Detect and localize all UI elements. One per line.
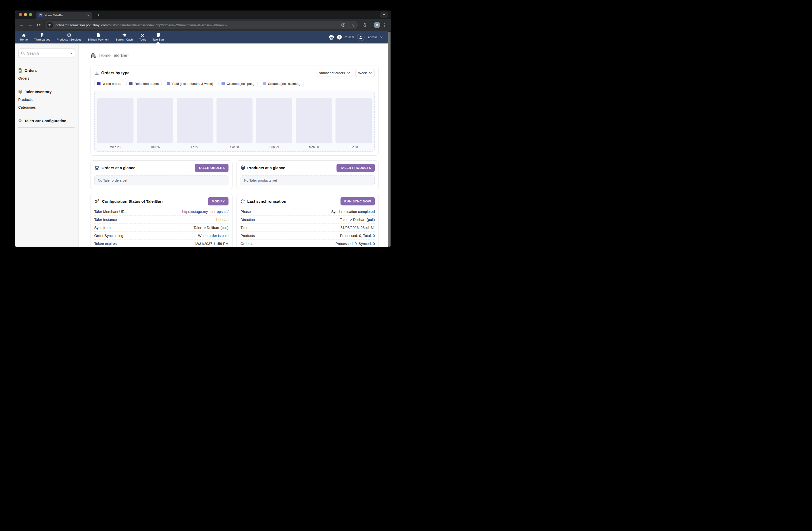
placeholder-bar [256,98,292,143]
legend-item-refunded[interactable]: Refunded orders [126,80,162,87]
legend-swatch [221,82,225,85]
sidebar-section-taler-inventory[interactable]: Taler Inventory [18,89,75,94]
period-select[interactable]: Week [355,69,375,77]
zoom-window-button[interactable] [29,13,32,16]
new-tab-button[interactable]: + [95,12,102,18]
sidebar-divider [18,85,75,85]
legend-swatch [129,82,132,85]
extensions-puzzle-icon[interactable] [361,21,368,29]
search-dropdown-caret-icon[interactable]: ▾ [71,52,72,55]
nav-item-billing-payment[interactable]: Billing | Payment [85,31,112,43]
print-icon[interactable] [329,35,334,40]
placeholder-bar [217,98,253,143]
legend-item-paid[interactable]: Paid (incl. refunded & wired) [164,80,216,87]
nav-item-tools[interactable]: Tools [136,31,149,43]
browser-menu-kebab-icon[interactable]: ⋮ [381,23,388,28]
legend-swatch [167,82,170,85]
table-row: Time 31/03/2026, 23:41:31 [241,223,375,232]
nav-item-products-services[interactable]: Products | Services [54,31,85,43]
table-row: Taler Instance bohdan [94,215,229,223]
url-text[interactable]: dolibarr.tutorial.taler.potuzhnyi.com/cu… [56,23,337,27]
nav-item-home[interactable]: Home [17,31,31,43]
building-icon [41,33,44,37]
package-icon [67,33,71,37]
puzzle-icon [362,23,367,28]
cash-register-icon [90,53,96,58]
site-settings-icon[interactable] [47,22,53,28]
tab-search-chevron-button[interactable] [380,12,388,18]
user-menu-chevron-icon[interactable] [380,36,383,38]
url-host: dolibarr.tutorial.taler.potuzhnyi.com [56,23,108,27]
close-window-button[interactable] [19,13,22,16]
mac-window-controls[interactable] [19,13,32,16]
url-path: /custom/talerbarr/talerbarrindex.php?idm… [108,23,228,27]
username-label[interactable]: admin [368,35,377,39]
taler-products-button[interactable]: TALER PRODUCTS [336,164,375,172]
orders-glance-card: Orders at a glance TALER ORDERS No Taler… [90,160,232,189]
close-tab-icon[interactable]: ✕ [87,14,89,17]
scrollbar-thumb[interactable] [388,32,391,247]
bookmark-star-icon[interactable]: ☆ [349,22,356,29]
page-scrollbar[interactable] [388,31,391,247]
address-bar[interactable]: dolibarr.tutorial.taler.potuzhnyi.com/cu… [45,21,358,29]
chart-legend: Wired orders Refunded orders Paid (incl.… [94,80,375,87]
run-sync-now-button[interactable]: RUN SYNC NOW [340,197,375,206]
table-row: Taler Merchant URL https://stage.my.tale… [94,208,229,215]
tools-icon [141,33,145,37]
chart-day-column: Mon 30 [296,98,332,151]
nav-item-third-parties[interactable]: Third parties [31,31,54,43]
sidebar-item-categories[interactable]: Categories [18,106,75,109]
metric-select[interactable]: Number of orders [316,69,353,77]
table-row: Order Sync timing When order is paid [94,232,229,239]
sidebar: ▾ Orders Orders Taler Inventory [15,44,79,247]
back-button[interactable]: ← [18,21,26,29]
taler-orders-button[interactable]: TALER ORDERS [195,164,229,172]
main-content: Home TalerBarr Orders by type Number of … [79,44,388,247]
version-label: 23.0.0 [345,36,354,39]
toolbar-separator [371,22,371,28]
bar-chart-icon [94,71,99,75]
sync-icon [241,199,245,204]
page-title: Home TalerBarr [90,53,379,58]
merchant-url-link[interactable]: https://stage.my.taler-ops.ch/ [182,210,229,214]
nav-item-talerbarr[interactable]: TalerBarr [149,31,168,43]
chart-day-column: Fri 27 [177,98,213,151]
products-empty-state: No Taler products yet [241,176,375,185]
legend-swatch [263,82,266,85]
table-row: Orders Processed: 0, Synced: 0 [241,239,375,247]
legend-item-wired[interactable]: Wired orders [94,80,124,87]
browser-tab[interactable]: D Home TalerBarr ✕ [36,12,92,19]
help-icon[interactable]: ? [337,35,342,40]
sidebar-item-products[interactable]: Products [18,98,75,102]
user-avatar[interactable] [357,33,364,41]
search-input[interactable] [27,51,69,55]
home-icon [22,33,26,37]
minimize-window-button[interactable] [24,13,27,16]
browser-profile-avatar[interactable]: B [374,22,380,28]
legend-item-claimed[interactable]: Claimed (incl. paid) [218,80,258,87]
tab-title: Home TalerBarr [44,14,85,17]
bill-icon [97,33,100,37]
install-app-icon[interactable] [340,22,347,29]
box-olive-icon [18,89,23,94]
orders-by-type-card: Orders by type Number of orders Week [90,66,379,156]
sidebar-section-talerbarr-configuration[interactable]: ⚙ TalerBarr Configuration [18,118,75,123]
orders-empty-state: No Taler orders yet [94,176,229,185]
modify-button[interactable]: MODIFY [208,197,229,206]
chart-day-column: Sun 29 [256,98,292,151]
gears-icon: ⚙⚙ [94,199,100,204]
nav-item-banks-cash[interactable]: Banks | Cash [113,31,136,43]
sidebar-search[interactable]: ▾ [18,48,75,58]
chevron-down-icon [382,14,386,16]
tune-icon [48,24,52,27]
main-navbar: Home Third parties Products | Services B… [15,31,388,44]
table-row: Products Processed: 0, Total: 0 [241,232,375,239]
reload-button[interactable]: ⟳ [35,21,43,29]
sidebar-divider [18,127,75,128]
chart-plot-area: Wed 25 Thu 26 Fri 27 Sat 28 Sun 29 Mon 3… [94,90,375,152]
forward-button[interactable]: → [27,21,34,29]
legend-item-created[interactable]: Created (incl. claimed) [260,80,304,87]
sidebar-section-orders[interactable]: Orders [18,68,75,73]
package-navy-icon [241,165,245,170]
sidebar-item-orders[interactable]: Orders [18,76,75,80]
